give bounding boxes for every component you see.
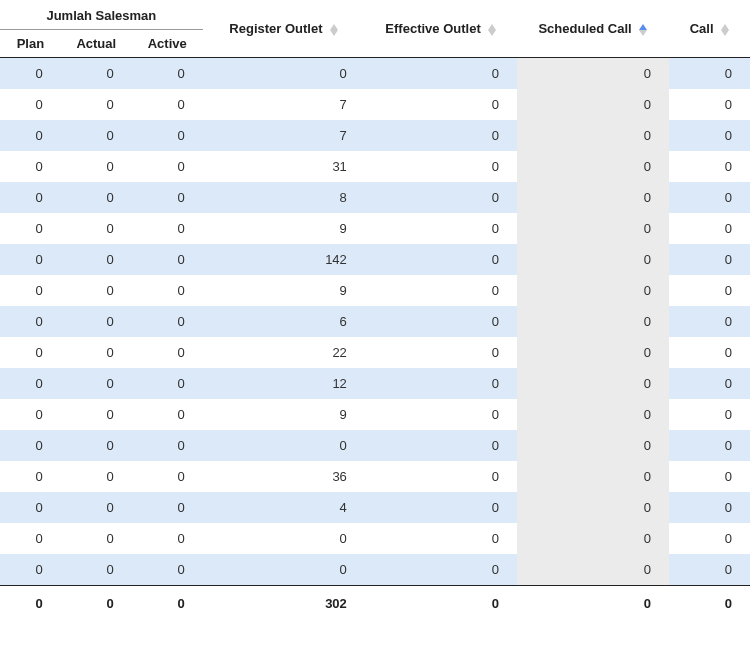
cell-actual: 0 bbox=[61, 368, 132, 399]
cell-call: 0 bbox=[669, 492, 750, 523]
cell-plan: 0 bbox=[0, 58, 61, 90]
table-row: 0004000 bbox=[0, 492, 750, 523]
footer-active: 0 bbox=[132, 586, 203, 622]
cell-active: 0 bbox=[132, 523, 203, 554]
table-row: 0007000 bbox=[0, 89, 750, 120]
cell-actual: 0 bbox=[61, 120, 132, 151]
table-row: 0009000 bbox=[0, 213, 750, 244]
svg-marker-3 bbox=[488, 30, 496, 36]
cell-effective-outlet: 0 bbox=[365, 120, 517, 151]
footer-call: 0 bbox=[669, 586, 750, 622]
cell-actual: 0 bbox=[61, 275, 132, 306]
cell-scheduled-call: 0 bbox=[517, 58, 669, 90]
cell-active: 0 bbox=[132, 213, 203, 244]
cell-call: 0 bbox=[669, 461, 750, 492]
table-row: 0009000 bbox=[0, 275, 750, 306]
column-header-actual[interactable]: Actual bbox=[61, 30, 132, 58]
column-header-scheduled-call[interactable]: Scheduled Call bbox=[517, 0, 669, 58]
cell-call: 0 bbox=[669, 213, 750, 244]
table-footer-row: 0 0 0 302 0 0 0 bbox=[0, 586, 750, 622]
cell-call: 0 bbox=[669, 182, 750, 213]
column-header-effective-outlet[interactable]: Effective Outlet bbox=[365, 0, 517, 58]
table-row: 00022000 bbox=[0, 337, 750, 368]
data-table: Jumlah Salesman Register Outlet Effectiv… bbox=[0, 0, 750, 621]
cell-register-outlet: 7 bbox=[203, 120, 365, 151]
cell-scheduled-call: 0 bbox=[517, 120, 669, 151]
table-row: 00036000 bbox=[0, 461, 750, 492]
cell-register-outlet: 142 bbox=[203, 244, 365, 275]
cell-call: 0 bbox=[669, 306, 750, 337]
cell-plan: 0 bbox=[0, 306, 61, 337]
cell-register-outlet: 9 bbox=[203, 213, 365, 244]
cell-effective-outlet: 0 bbox=[365, 399, 517, 430]
cell-call: 0 bbox=[669, 244, 750, 275]
cell-register-outlet: 7 bbox=[203, 89, 365, 120]
cell-call: 0 bbox=[669, 399, 750, 430]
svg-marker-7 bbox=[721, 30, 729, 36]
column-header-register-outlet[interactable]: Register Outlet bbox=[203, 0, 365, 58]
column-header-call[interactable]: Call bbox=[669, 0, 750, 58]
cell-plan: 0 bbox=[0, 275, 61, 306]
cell-register-outlet: 9 bbox=[203, 275, 365, 306]
cell-scheduled-call: 0 bbox=[517, 430, 669, 461]
cell-effective-outlet: 0 bbox=[365, 182, 517, 213]
cell-effective-outlet: 0 bbox=[365, 275, 517, 306]
sort-icon bbox=[639, 24, 647, 36]
column-header-active[interactable]: Active bbox=[132, 30, 203, 58]
cell-plan: 0 bbox=[0, 120, 61, 151]
cell-scheduled-call: 0 bbox=[517, 399, 669, 430]
cell-actual: 0 bbox=[61, 399, 132, 430]
cell-call: 0 bbox=[669, 430, 750, 461]
column-group-salesman: Jumlah Salesman bbox=[0, 0, 203, 30]
cell-effective-outlet: 0 bbox=[365, 89, 517, 120]
footer-effective-outlet: 0 bbox=[365, 586, 517, 622]
cell-active: 0 bbox=[132, 275, 203, 306]
cell-call: 0 bbox=[669, 89, 750, 120]
cell-plan: 0 bbox=[0, 151, 61, 182]
table-row: 0006000 bbox=[0, 306, 750, 337]
table-row: 0007000 bbox=[0, 120, 750, 151]
cell-active: 0 bbox=[132, 244, 203, 275]
svg-marker-5 bbox=[639, 30, 647, 36]
cell-scheduled-call: 0 bbox=[517, 523, 669, 554]
cell-call: 0 bbox=[669, 554, 750, 586]
cell-active: 0 bbox=[132, 399, 203, 430]
table-row: 0000000 bbox=[0, 523, 750, 554]
cell-actual: 0 bbox=[61, 213, 132, 244]
cell-scheduled-call: 0 bbox=[517, 554, 669, 586]
footer-actual: 0 bbox=[61, 586, 132, 622]
cell-actual: 0 bbox=[61, 58, 132, 90]
cell-active: 0 bbox=[132, 430, 203, 461]
table-row: 0000000 bbox=[0, 430, 750, 461]
cell-register-outlet: 36 bbox=[203, 461, 365, 492]
cell-actual: 0 bbox=[61, 337, 132, 368]
cell-plan: 0 bbox=[0, 430, 61, 461]
cell-scheduled-call: 0 bbox=[517, 89, 669, 120]
cell-actual: 0 bbox=[61, 151, 132, 182]
cell-active: 0 bbox=[132, 120, 203, 151]
cell-active: 0 bbox=[132, 182, 203, 213]
table-row: 000142000 bbox=[0, 244, 750, 275]
table-row: 0000000 bbox=[0, 554, 750, 586]
cell-active: 0 bbox=[132, 306, 203, 337]
cell-scheduled-call: 0 bbox=[517, 337, 669, 368]
cell-active: 0 bbox=[132, 368, 203, 399]
cell-active: 0 bbox=[132, 337, 203, 368]
cell-plan: 0 bbox=[0, 368, 61, 399]
cell-scheduled-call: 0 bbox=[517, 182, 669, 213]
table-row: 00012000 bbox=[0, 368, 750, 399]
cell-actual: 0 bbox=[61, 244, 132, 275]
cell-call: 0 bbox=[669, 120, 750, 151]
cell-actual: 0 bbox=[61, 430, 132, 461]
cell-call: 0 bbox=[669, 368, 750, 399]
column-header-plan[interactable]: Plan bbox=[0, 30, 61, 58]
sort-icon bbox=[721, 24, 729, 36]
table-row: 00031000 bbox=[0, 151, 750, 182]
cell-scheduled-call: 0 bbox=[517, 244, 669, 275]
cell-actual: 0 bbox=[61, 492, 132, 523]
cell-active: 0 bbox=[132, 151, 203, 182]
cell-register-outlet: 9 bbox=[203, 399, 365, 430]
cell-register-outlet: 0 bbox=[203, 58, 365, 90]
cell-plan: 0 bbox=[0, 244, 61, 275]
cell-register-outlet: 6 bbox=[203, 306, 365, 337]
